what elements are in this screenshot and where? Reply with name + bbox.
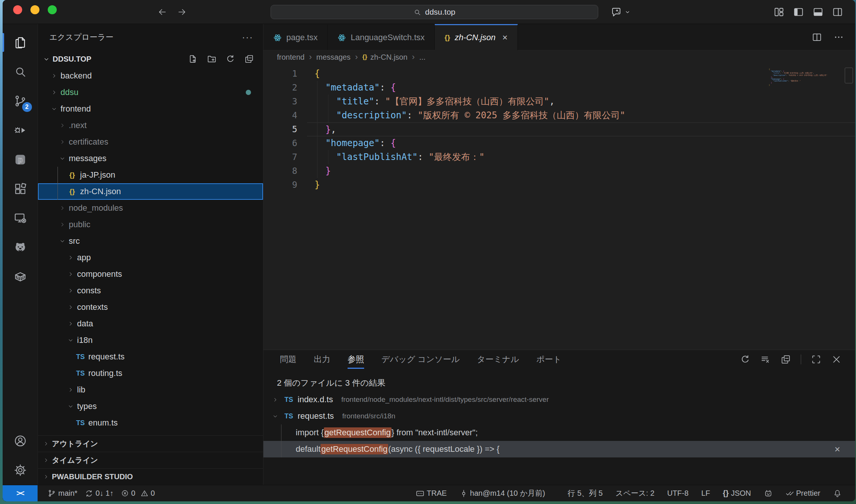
- result-match[interactable]: default getRequestConfig(async ({ reques…: [263, 441, 855, 457]
- section-タイムライン[interactable]: タイムライン: [38, 452, 263, 468]
- panel-maximize-button[interactable]: [811, 354, 821, 365]
- tree-item-components[interactable]: components: [38, 266, 263, 282]
- status-encoding[interactable]: UTF-8: [667, 489, 689, 498]
- status-notifications[interactable]: [833, 489, 842, 498]
- more-icon: [833, 32, 844, 42]
- grid-layout-button[interactable]: [773, 6, 785, 18]
- tree-item-i18n[interactable]: i18n: [38, 332, 263, 349]
- tree-item-public[interactable]: public: [38, 216, 263, 233]
- breadcrumb-item[interactable]: ...: [419, 53, 426, 62]
- breadcrumb-item[interactable]: frontend: [277, 53, 304, 62]
- tree-item-app[interactable]: app: [38, 249, 263, 266]
- refresh-button[interactable]: [225, 54, 235, 64]
- collapse-all-button[interactable]: [244, 54, 254, 64]
- tree-item-types[interactable]: types: [38, 398, 263, 415]
- activity-run-debug-button[interactable]: [3, 116, 38, 145]
- new-folder-button[interactable]: [207, 54, 216, 64]
- result-file-request-ts[interactable]: TSrequest.tsfrontend/src/i18n: [263, 408, 855, 424]
- problems-status[interactable]: 0 0: [121, 489, 155, 498]
- git-sync-status[interactable]: 0↓ 1↑: [85, 489, 113, 498]
- breadcrumb-item[interactable]: messages: [316, 53, 351, 62]
- tab-languageswitch.tsx[interactable]: LanguageSwitch.tsx: [328, 24, 435, 50]
- result-file-index-d-ts[interactable]: TSindex.d.tsfrontend/node_modules/next-i…: [263, 391, 855, 408]
- remote-indicator[interactable]: ><: [3, 485, 38, 502]
- back-button[interactable]: [157, 7, 167, 17]
- activity-blocks-button[interactable]: [3, 174, 38, 204]
- tab-page.tsx[interactable]: page.tsx: [263, 24, 328, 50]
- panel-tab-参照[interactable]: 参照: [348, 350, 364, 369]
- code-line-7: 7 "lastPublishAt": "最终发布：": [263, 150, 855, 164]
- activity-p-extension-button[interactable]: p: [3, 145, 38, 174]
- activity-otter-button[interactable]: [3, 233, 38, 262]
- panel-tab-問題[interactable]: 問題: [280, 350, 296, 369]
- activity-settings-button[interactable]: [3, 456, 38, 485]
- breadcrumb-item[interactable]: {}zh-CN.json: [362, 53, 407, 62]
- status-extension[interactable]: [764, 489, 773, 498]
- ai-chat-toggle[interactable]: [611, 0, 631, 24]
- more-button[interactable]: [833, 32, 844, 42]
- new-file-button[interactable]: [188, 54, 198, 64]
- tree-item-routing-ts[interactable]: TSrouting.ts: [38, 365, 263, 382]
- panel-tab-出力[interactable]: 出力: [314, 350, 330, 369]
- dismiss-result-button[interactable]: ×: [835, 444, 840, 455]
- tree-item-node-modules[interactable]: node_modules: [38, 200, 263, 216]
- scrollbar-thumb[interactable]: [845, 68, 853, 83]
- tree-item-frontend[interactable]: frontend: [38, 101, 263, 117]
- workspace-root-row[interactable]: DDSU.TOP: [38, 50, 263, 68]
- code-editor[interactable]: 1{2 "metadata": {3 "title": "【官网】多多宿科技（山…: [263, 64, 855, 350]
- activity-explorer-button[interactable]: [3, 28, 38, 57]
- tree-item-consts[interactable]: consts: [38, 282, 263, 299]
- tree-item-request-ts[interactable]: TSrequest.ts: [38, 349, 263, 365]
- activity-remote-monitor-button[interactable]: [3, 204, 38, 233]
- minimize-window-button[interactable]: [30, 5, 39, 14]
- tree-item-src[interactable]: src: [38, 233, 263, 249]
- status-indentation[interactable]: スペース: 2: [616, 488, 655, 498]
- close-tab-button[interactable]: ×: [502, 32, 508, 43]
- tree-item-messages[interactable]: messages: [38, 150, 263, 167]
- tree-item-data[interactable]: data: [38, 315, 263, 332]
- panel-refresh-button[interactable]: [740, 354, 750, 365]
- tree-item-zh-cn-json[interactable]: {}zh-CN.json: [38, 183, 263, 200]
- status-cursor-position[interactable]: 行 5、列 5: [568, 488, 603, 498]
- activity-container-button[interactable]: [3, 262, 38, 291]
- panel-collapse-all-button[interactable]: [780, 354, 791, 365]
- status-language-mode[interactable]: {}JSON: [723, 489, 751, 498]
- panel-tab-ポート[interactable]: ポート: [536, 350, 561, 369]
- minimap[interactable]: { "metadata": { "title": "【官网】多多宿科技（山西）有…: [769, 68, 829, 86]
- section-アウトライン[interactable]: アウトライン: [38, 435, 263, 452]
- layout-bottom-button[interactable]: [812, 6, 824, 18]
- tab-zh-cn.json[interactable]: {}zh-CN.json×: [435, 24, 518, 50]
- tree-item-ja-jp-json[interactable]: {}ja-JP.json: [38, 167, 263, 183]
- git-branch-status[interactable]: main*: [47, 489, 77, 498]
- layout-right-button[interactable]: [832, 6, 843, 18]
- status-eol[interactable]: LF: [701, 489, 710, 498]
- command-center-search[interactable]: ddsu.top: [271, 5, 598, 19]
- line-number: 6: [263, 136, 307, 150]
- tree-item-enum-ts[interactable]: TSenum.ts: [38, 415, 263, 431]
- tree-item--next[interactable]: .next: [38, 117, 263, 134]
- code-line-text: "lastPublishAt": "最终发布：": [307, 150, 855, 164]
- section-pwabuilder-studio[interactable]: PWABUILDER STUDIO: [38, 468, 263, 485]
- panel-clear-button[interactable]: [760, 354, 771, 365]
- split-editor-button[interactable]: [812, 32, 822, 42]
- status-formatter[interactable]: Prettier: [785, 489, 820, 498]
- tree-item-lib[interactable]: lib: [38, 382, 263, 398]
- zoom-window-button[interactable]: [48, 5, 57, 14]
- panel-tab-ターミナル[interactable]: ターミナル: [477, 350, 519, 369]
- layout-left-button[interactable]: [793, 6, 804, 18]
- sidebar-more-button[interactable]: ···: [242, 32, 253, 42]
- git-blame[interactable]: han@m14 (10 か月前): [460, 488, 545, 498]
- forward-button[interactable]: [177, 7, 187, 17]
- tree-item-backend[interactable]: backend: [38, 68, 263, 84]
- tree-item-certificates[interactable]: certificates: [38, 134, 263, 150]
- tree-item-ddsu[interactable]: ddsu: [38, 84, 263, 101]
- app-badge[interactable]: TRAE: [416, 489, 447, 498]
- tree-item-contexts[interactable]: contexts: [38, 299, 263, 315]
- panel-tab-デバッグ コンソール[interactable]: デバッグ コンソール: [381, 350, 460, 369]
- activity-source-control-button[interactable]: 2: [3, 86, 38, 116]
- panel-close-button[interactable]: [831, 354, 842, 365]
- result-match[interactable]: import { getRequestConfig } from "next-i…: [263, 424, 855, 441]
- activity-account-button[interactable]: [3, 426, 38, 456]
- close-window-button[interactable]: [13, 5, 22, 14]
- activity-search-button[interactable]: [3, 57, 38, 86]
